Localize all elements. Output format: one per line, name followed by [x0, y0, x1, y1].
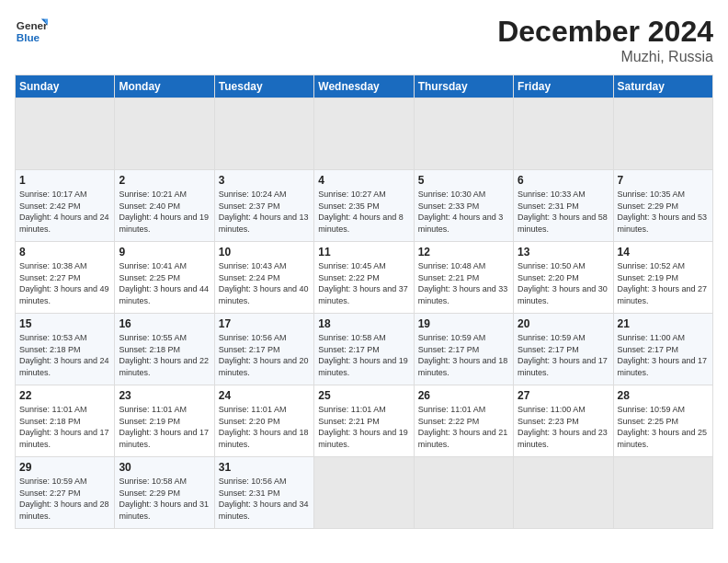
- day-info: Sunrise: 11:01 AMSunset: 2:21 PMDaylight…: [318, 404, 409, 450]
- calendar-day-cell: 1Sunrise: 10:17 AMSunset: 2:42 PMDayligh…: [16, 170, 115, 242]
- day-info: Sunrise: 10:59 AMSunset: 2:27 PMDaylight…: [19, 476, 110, 522]
- calendar-day-cell: 7Sunrise: 10:35 AMSunset: 2:29 PMDayligh…: [613, 170, 712, 242]
- day-info: Sunrise: 10:27 AMSunset: 2:35 PMDaylight…: [318, 189, 409, 235]
- calendar-day-cell: [613, 98, 712, 170]
- calendar-day-cell: 11Sunrise: 10:45 AMSunset: 2:22 PMDaylig…: [314, 242, 414, 314]
- day-info: Sunrise: 10:17 AMSunset: 2:42 PMDaylight…: [19, 189, 110, 235]
- day-info: Sunrise: 10:41 AMSunset: 2:25 PMDaylight…: [119, 260, 210, 306]
- day-info: Sunrise: 10:30 AMSunset: 2:33 PMDaylight…: [418, 189, 509, 235]
- calendar-day-cell: 2Sunrise: 10:21 AMSunset: 2:40 PMDayligh…: [115, 170, 214, 242]
- page-title: December 2024: [497, 15, 713, 49]
- calendar-day-cell: 20Sunrise: 10:59 AMSunset: 2:17 PMDaylig…: [514, 314, 613, 385]
- calendar-day-cell: 21Sunrise: 11:00 AMSunset: 2:17 PMDaylig…: [613, 314, 712, 385]
- logo: General Blue: [15, 15, 48, 48]
- day-number: 23: [119, 389, 210, 402]
- day-number: 8: [19, 246, 110, 259]
- day-number: 2: [119, 174, 210, 187]
- calendar-day-cell: [514, 457, 613, 529]
- day-info: Sunrise: 11:01 AMSunset: 2:18 PMDaylight…: [19, 404, 110, 450]
- calendar-day-cell: [414, 98, 513, 170]
- calendar-day-cell: [16, 98, 115, 170]
- day-info: Sunrise: 10:58 AMSunset: 2:29 PMDaylight…: [119, 476, 210, 522]
- day-info: Sunrise: 10:53 AMSunset: 2:18 PMDaylight…: [19, 332, 110, 378]
- day-info: Sunrise: 10:58 AMSunset: 2:17 PMDaylight…: [318, 332, 409, 378]
- calendar-day-cell: 25Sunrise: 11:01 AMSunset: 2:21 PMDaylig…: [314, 385, 414, 457]
- day-info: Sunrise: 11:01 AMSunset: 2:20 PMDaylight…: [219, 404, 310, 450]
- day-number: 25: [318, 389, 409, 402]
- day-number: 12: [418, 246, 509, 259]
- day-info: Sunrise: 10:21 AMSunset: 2:40 PMDaylight…: [119, 189, 210, 235]
- day-number: 20: [518, 317, 609, 330]
- calendar-day-cell: 9Sunrise: 10:41 AMSunset: 2:25 PMDayligh…: [115, 242, 214, 314]
- svg-text:General: General: [17, 19, 48, 31]
- calendar-day-cell: 17Sunrise: 10:56 AMSunset: 2:17 PMDaylig…: [214, 314, 313, 385]
- calendar-day-header: Sunday: [16, 75, 115, 98]
- calendar-day-header: Monday: [115, 75, 214, 98]
- day-info: Sunrise: 10:43 AMSunset: 2:24 PMDaylight…: [219, 260, 310, 306]
- day-number: 19: [418, 317, 509, 330]
- day-info: Sunrise: 10:59 AMSunset: 2:25 PMDaylight…: [618, 404, 709, 450]
- header: General Blue December 2024 Muzhi, Russia: [15, 15, 713, 65]
- day-number: 6: [518, 174, 609, 187]
- day-number: 7: [618, 174, 709, 187]
- day-number: 11: [318, 246, 409, 259]
- day-number: 17: [219, 317, 310, 330]
- calendar-day-cell: [314, 457, 414, 529]
- calendar-table: SundayMondayTuesdayWednesdayThursdayFrid…: [15, 75, 713, 529]
- day-number: 14: [618, 246, 709, 259]
- calendar-day-cell: 14Sunrise: 10:52 AMSunset: 2:19 PMDaylig…: [613, 242, 712, 314]
- day-number: 5: [418, 174, 509, 187]
- calendar-day-cell: 28Sunrise: 10:59 AMSunset: 2:25 PMDaylig…: [613, 385, 712, 457]
- day-number: 31: [219, 461, 310, 474]
- day-info: Sunrise: 10:59 AMSunset: 2:17 PMDaylight…: [418, 332, 509, 378]
- calendar-day-cell: [414, 457, 513, 529]
- calendar-day-cell: 29Sunrise: 10:59 AMSunset: 2:27 PMDaylig…: [16, 457, 115, 529]
- day-number: 13: [518, 246, 609, 259]
- calendar-week-row: 22Sunrise: 11:01 AMSunset: 2:18 PMDaylig…: [16, 385, 713, 457]
- day-number: 28: [618, 389, 709, 402]
- calendar-day-cell: 19Sunrise: 10:59 AMSunset: 2:17 PMDaylig…: [414, 314, 513, 385]
- calendar-day-header: Tuesday: [214, 75, 313, 98]
- calendar-day-header: Wednesday: [314, 75, 414, 98]
- day-number: 27: [518, 389, 609, 402]
- day-info: Sunrise: 11:00 AMSunset: 2:23 PMDaylight…: [518, 404, 609, 450]
- calendar-day-cell: 3Sunrise: 10:24 AMSunset: 2:37 PMDayligh…: [214, 170, 313, 242]
- svg-text:Blue: Blue: [17, 31, 40, 43]
- day-info: Sunrise: 10:33 AMSunset: 2:31 PMDaylight…: [518, 189, 609, 235]
- day-info: Sunrise: 10:55 AMSunset: 2:18 PMDaylight…: [119, 332, 210, 378]
- day-info: Sunrise: 10:24 AMSunset: 2:37 PMDaylight…: [219, 189, 310, 235]
- calendar-day-cell: [613, 457, 712, 529]
- calendar-day-header: Saturday: [613, 75, 712, 98]
- calendar-day-cell: 18Sunrise: 10:58 AMSunset: 2:17 PMDaylig…: [314, 314, 414, 385]
- logo-icon: General Blue: [15, 15, 48, 48]
- calendar-week-row: 8Sunrise: 10:38 AMSunset: 2:27 PMDayligh…: [16, 242, 713, 314]
- calendar-week-row: 15Sunrise: 10:53 AMSunset: 2:18 PMDaylig…: [16, 314, 713, 385]
- day-info: Sunrise: 11:00 AMSunset: 2:17 PMDaylight…: [618, 332, 709, 378]
- day-number: 10: [219, 246, 310, 259]
- calendar-day-cell: 13Sunrise: 10:50 AMSunset: 2:20 PMDaylig…: [514, 242, 613, 314]
- day-info: Sunrise: 10:52 AMSunset: 2:19 PMDaylight…: [618, 260, 709, 306]
- day-info: Sunrise: 10:48 AMSunset: 2:21 PMDaylight…: [418, 260, 509, 306]
- day-number: 30: [119, 461, 210, 474]
- calendar-week-row: [16, 98, 713, 170]
- day-number: 16: [119, 317, 210, 330]
- calendar-week-row: 29Sunrise: 10:59 AMSunset: 2:27 PMDaylig…: [16, 457, 713, 529]
- day-info: Sunrise: 10:45 AMSunset: 2:22 PMDaylight…: [318, 260, 409, 306]
- calendar-day-cell: 24Sunrise: 11:01 AMSunset: 2:20 PMDaylig…: [214, 385, 313, 457]
- day-number: 22: [19, 389, 110, 402]
- day-number: 24: [219, 389, 310, 402]
- day-info: Sunrise: 10:56 AMSunset: 2:17 PMDaylight…: [219, 332, 310, 378]
- calendar-week-row: 1Sunrise: 10:17 AMSunset: 2:42 PMDayligh…: [16, 170, 713, 242]
- calendar-day-cell: 23Sunrise: 11:01 AMSunset: 2:19 PMDaylig…: [115, 385, 214, 457]
- day-number: 4: [318, 174, 409, 187]
- day-number: 29: [19, 461, 110, 474]
- calendar-day-header: Thursday: [414, 75, 513, 98]
- day-number: 15: [19, 317, 110, 330]
- calendar-day-cell: 15Sunrise: 10:53 AMSunset: 2:18 PMDaylig…: [16, 314, 115, 385]
- calendar-day-cell: 10Sunrise: 10:43 AMSunset: 2:24 PMDaylig…: [214, 242, 313, 314]
- calendar-day-header: Friday: [514, 75, 613, 98]
- calendar-day-cell: [514, 98, 613, 170]
- calendar-day-cell: 16Sunrise: 10:55 AMSunset: 2:18 PMDaylig…: [115, 314, 214, 385]
- day-info: Sunrise: 11:01 AMSunset: 2:22 PMDaylight…: [418, 404, 509, 450]
- day-info: Sunrise: 10:56 AMSunset: 2:31 PMDaylight…: [219, 476, 310, 522]
